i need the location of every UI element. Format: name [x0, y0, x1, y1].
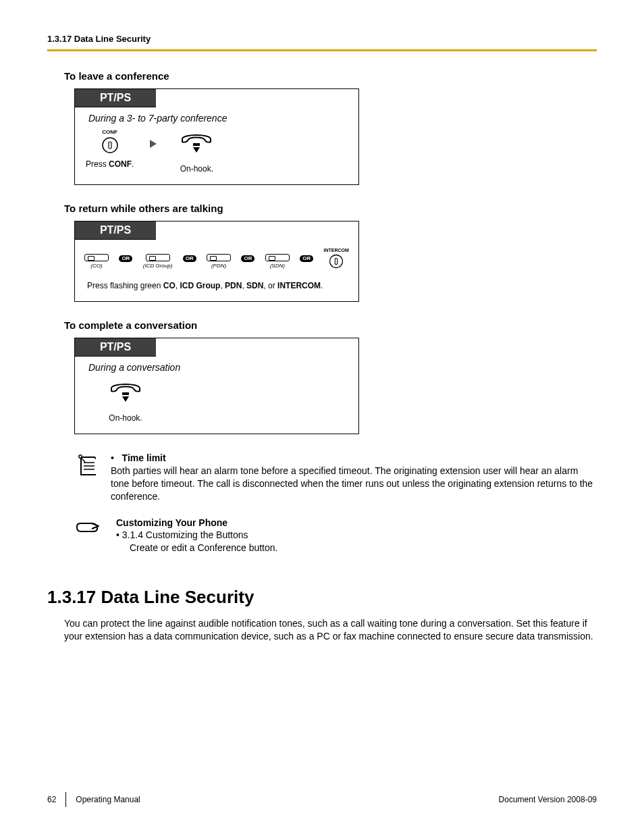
onhook-icon [107, 382, 144, 405]
line-button-icon [207, 254, 231, 261]
key-pdn: (PDN) [207, 254, 231, 269]
svg-rect-1 [109, 142, 111, 149]
note-time-limit: • Time limit Both parties will hear an a… [74, 452, 597, 503]
proc2-box: PT/PS (CO) OR (ICD Group) OR (PDN) OR (S… [74, 221, 359, 302]
key-icd-label: (ICD Group) [143, 263, 173, 269]
line-button-icon [84, 254, 109, 261]
doc-version: Document Version 2008-09 [499, 795, 597, 804]
proc2-instruction: Press flashing green CO, ICD Group, PDN,… [87, 281, 346, 290]
proc3-state: During a conversation [88, 362, 358, 373]
proc1-step-conf-caption: Press CONF. [86, 159, 134, 169]
proc2-keyrow: (CO) OR (ICD Group) OR (PDN) OR (SDN) OR… [84, 248, 349, 269]
proc1-heading: To leave a conference [64, 70, 597, 82]
intercom-button-icon [329, 254, 344, 269]
proc1-box: PT/PS During a 3- to 7-party conference … [74, 88, 359, 185]
svg-rect-7 [122, 392, 129, 395]
proc1-step-onhook: On-hook. [173, 129, 220, 174]
proc3-tab: PT/PS [75, 338, 156, 357]
proc2-heading: To return while others are talking [64, 203, 597, 214]
svg-marker-8 [122, 396, 129, 402]
proc3-heading: To complete a conversation [64, 319, 597, 331]
or-pill: OR [119, 255, 132, 262]
manual-name: Operating Manual [76, 795, 140, 804]
or-pill: OR [241, 255, 254, 262]
or-pill: OR [183, 255, 196, 262]
svg-rect-6 [336, 259, 338, 265]
header-rule [47, 49, 597, 51]
proc3-step-onhook-caption: On-hook. [109, 413, 142, 423]
key-intercom: INTERCOM [324, 248, 349, 269]
key-icd: (ICD Group) [143, 254, 173, 269]
page-number: 62 [47, 795, 56, 804]
key-co: (CO) [84, 254, 109, 269]
proc1-step-onhook-caption: On-hook. [180, 164, 213, 174]
svg-marker-4 [193, 147, 200, 153]
line-button-icon [265, 254, 290, 261]
note1-title: Time limit [122, 452, 166, 463]
note2-title: Customizing Your Phone [116, 517, 227, 528]
pointing-hand-icon [74, 517, 101, 536]
svg-rect-3 [193, 143, 200, 146]
proc1-step-conf: CONF Press CONF. [86, 129, 134, 169]
arrow-right-icon [149, 138, 158, 149]
running-header: 1.3.17 Data Line Security [47, 34, 597, 44]
onhook-icon [178, 132, 215, 155]
proc1-state: During a 3- to 7-party conference [88, 113, 358, 124]
note1-body: Both parties will hear an alarm tone bef… [111, 465, 593, 502]
svg-marker-2 [150, 140, 157, 148]
conf-button-icon [101, 136, 119, 154]
note2-line2: Create or edit a Conference button. [130, 542, 277, 554]
page-footer: 62 Operating Manual Document Version 200… [47, 792, 597, 807]
note1-bullet: • [111, 452, 114, 463]
note-customizing: Customizing Your Phone • 3.1.4 Customizi… [74, 517, 597, 555]
section-title: 1.3.17 Data Line Security [47, 587, 597, 608]
intercom-label: INTERCOM [324, 248, 349, 253]
or-pill: OR [300, 255, 313, 262]
proc3-step-onhook: On-hook. [102, 378, 149, 423]
proc1-arrow [149, 129, 158, 149]
footer-divider [65, 792, 66, 807]
note2-line1: • 3.1.4 Customizing the Buttons [116, 529, 248, 540]
proc3-box: PT/PS During a conversation On-hook. [74, 338, 359, 434]
key-pdn-label: (PDN) [211, 263, 226, 269]
section-body: You can protect the line against audible… [64, 617, 597, 643]
key-co-label: (CO) [90, 263, 102, 269]
proc1-tab: PT/PS [75, 89, 156, 107]
proc2-tab: PT/PS [75, 221, 156, 240]
conf-label: CONF [102, 129, 117, 135]
notepad-icon [74, 452, 96, 479]
key-sdn: (SDN) [265, 254, 290, 269]
key-sdn-label: (SDN) [270, 263, 285, 269]
line-button-icon [146, 254, 170, 261]
